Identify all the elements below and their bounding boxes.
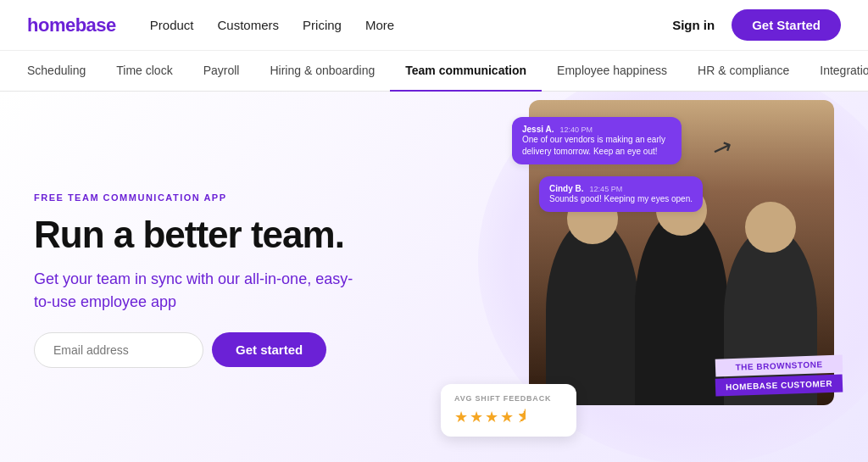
person-2 [635,210,728,405]
nav-product[interactable]: Product [150,18,194,32]
email-input[interactable] [34,332,203,368]
customer-badge: THE BROWNSTONE HOMEBASE CUSTOMER [715,357,843,394]
star-rating: ★ ★ ★ ★ ⯨ [454,408,563,426]
chat-1-text: One of our vendors is making an early de… [522,134,671,158]
chat-1-sender: Jessi A. [522,125,554,134]
subnav-employee-happiness[interactable]: Employee happiness [542,51,682,92]
get-started-button-top[interactable]: Get Started [732,9,841,41]
logo[interactable]: homebase [27,14,116,36]
nav-actions: Sign in Get Started [672,9,841,41]
star-5-half: ⯨ [515,408,531,426]
nav-more[interactable]: More [365,18,394,32]
subnav-hr-compliance[interactable]: HR & compliance [682,51,804,92]
person-1 [546,219,639,405]
badge-line2: HOMEBASE CUSTOMER [715,374,843,396]
star-4: ★ [500,408,514,426]
feedback-label: AVG SHIFT FEEDBACK [454,394,563,403]
chat-bubble-2: Cindy B. 12:45 PM Sounds good! Keeping m… [539,176,703,212]
badge-line1: THE BROWNSTONE [715,354,843,376]
chat-2-sender: Cindy B. [549,184,584,193]
nav-pricing[interactable]: Pricing [303,18,342,32]
subnav-hiring[interactable]: Hiring & onboarding [254,51,390,92]
subnav-team-communication[interactable]: Team communication [390,51,542,92]
hero-content: FREE TEAM COMMUNICATION APP Run a better… [0,92,424,462]
feedback-card: AVG SHIFT FEEDBACK ★ ★ ★ ★ ⯨ [441,384,576,437]
subnav-integrations[interactable]: Integrations [804,51,868,92]
star-1: ★ [454,408,468,426]
subnav-time-clock[interactable]: Time clock [101,51,187,92]
hero-tag: FREE TEAM COMMUNICATION APP [34,192,397,203]
sub-nav: Scheduling Time clock Payroll Hiring & o… [0,51,868,92]
subnav-scheduling[interactable]: Scheduling [27,51,101,92]
sign-in-button[interactable]: Sign in [672,18,715,32]
chat-1-time: 12:40 PM [560,125,593,134]
chat-bubble-1: Jessi A. 12:40 PM One of our vendors is … [512,117,682,164]
hero-cta-button[interactable]: Get started [212,332,326,367]
nav-links: Product Customers Pricing More [150,18,672,32]
chat-2-time: 12:45 PM [590,185,623,193]
chat-2-header: Cindy B. 12:45 PM [549,183,693,193]
hero-subtitle: Get your team in sync with our all-in-on… [34,268,356,314]
subnav-payroll[interactable]: Payroll [188,51,255,92]
hero-section: FREE TEAM COMMUNICATION APP Run a better… [0,92,868,462]
star-2: ★ [470,408,483,426]
chat-1-header: Jessi A. 12:40 PM [522,124,671,134]
star-3: ★ [485,408,498,426]
head-3 [745,202,796,253]
hero-form: Get started [34,332,397,368]
top-nav: homebase Product Customers Pricing More … [0,0,868,51]
nav-customers[interactable]: Customers [218,18,280,32]
chat-2-text: Sounds good! Keeping my eyes open. [549,193,693,205]
hero-illustration: Jessi A. 12:40 PM One of our vendors is … [424,92,868,462]
hero-title: Run a better team. [34,214,397,255]
